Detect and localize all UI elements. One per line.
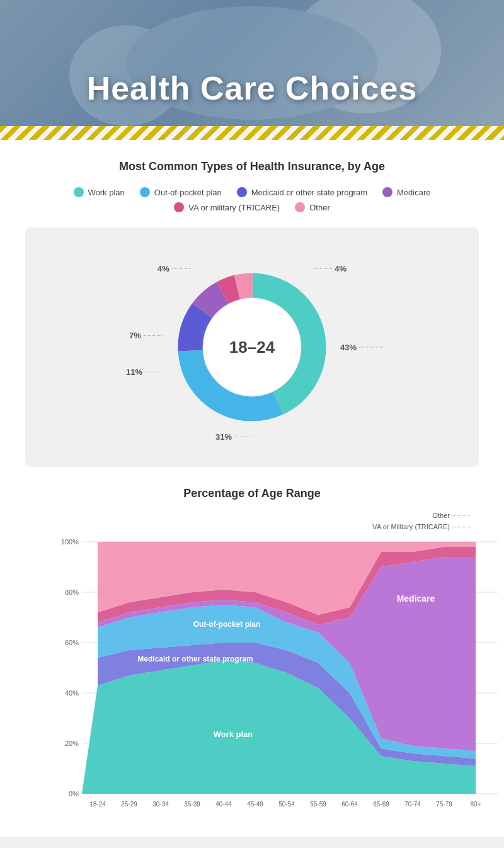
legend-item-medicaid: Medicaid or other state program [237, 187, 367, 197]
area-legend-other-label: Other [432, 510, 450, 522]
area-legend-va-label: VA or Military (TRICARE) [372, 522, 450, 533]
y-label-80: 80% [65, 588, 79, 596]
header-bg-art [0, 0, 504, 126]
x-label-5559: 55-59 [310, 801, 326, 808]
legend-item-va: VA or military (TRICARE) [174, 202, 280, 212]
legend-label-va: VA or military (TRICARE) [188, 203, 280, 212]
pct-31: 31% [215, 432, 252, 442]
area-chart-container: Other VA or Military (TRICARE) [25, 510, 479, 822]
y-label-100: 100% [61, 538, 79, 546]
legend-item-out-of-pocket: Out-of-pocket plan [140, 187, 222, 197]
area-label-medicaid: Medicaid or other state program [137, 655, 253, 663]
x-label-7579: 75-79 [436, 801, 452, 808]
x-label-1824: 18-24 [89, 801, 106, 808]
pct-4-left: 4% [158, 264, 191, 273]
page-title: Health Care Choices [0, 69, 504, 107]
area-section: Percentage of Age Range Other VA or Mili… [25, 487, 479, 837]
area-legend-va: VA or Military (TRICARE) [372, 522, 470, 533]
legend-label-work-plan: Work plan [88, 188, 125, 197]
legend-dot-work-plan [74, 187, 84, 197]
legend-dot-medicare [382, 187, 392, 197]
header: Health Care Choices [0, 0, 504, 126]
y-label-20: 20% [65, 740, 79, 747]
legend-dot-other [295, 202, 305, 212]
footer: Source: Center for Disease Control BRFSS… [0, 837, 504, 848]
donut-center-label: 18–24 [229, 338, 275, 357]
legend-label-out-of-pocket: Out-of-pocket plan [154, 188, 222, 197]
x-label-6569: 65-69 [373, 801, 389, 808]
x-label-7074: 70-74 [404, 801, 421, 808]
x-label-5054: 50-54 [278, 801, 295, 808]
legend-label-medicare: Medicare [397, 188, 430, 197]
legend-dot-medicaid [237, 187, 247, 197]
area-chart-svg: 100% 80% 60% 40% 20% 0% [57, 529, 504, 819]
donut-section: 18–24 43% 31% 11% 7% [25, 227, 479, 467]
legend-label-medicaid: Medicaid or other state program [251, 188, 367, 197]
main-content: Most Common Types of Health Insurance, b… [0, 140, 504, 837]
x-label-6064: 60-64 [341, 801, 358, 808]
section1-title: Most Common Types of Health Insurance, b… [25, 160, 479, 173]
legend: Work plan Out-of-pocket plan Medicaid or… [25, 187, 479, 212]
y-label-40: 40% [65, 689, 79, 697]
legend-dot-va [174, 202, 184, 212]
x-label-3539: 35-39 [184, 801, 200, 808]
legend-dot-out-of-pocket [140, 187, 150, 197]
legend-label-other: Other [309, 203, 330, 212]
x-label-3034: 30-34 [152, 801, 169, 808]
y-label-0: 0% [69, 790, 79, 798]
x-label-4044: 40-44 [215, 801, 232, 808]
area-legend-notes: Other VA or Military (TRICARE) [372, 510, 470, 532]
area-label-out-of-pocket: Out-of-pocket plan [193, 620, 261, 629]
x-label-80plus: 80+ [471, 801, 481, 808]
y-label-60: 60% [65, 639, 79, 646]
x-label-4549: 45-49 [247, 801, 263, 808]
area-chart-title: Percentage of Age Range [25, 487, 479, 500]
pct-43: 43% [340, 343, 384, 352]
header-stripe [0, 126, 504, 140]
x-label-2529: 25-29 [121, 801, 137, 808]
pct-4-right: 4% [313, 264, 346, 273]
legend-item-other: Other [295, 202, 330, 212]
legend-item-medicare: Medicare [382, 187, 430, 197]
pct-11: 11% [126, 367, 159, 377]
pct-7: 7% [129, 331, 163, 340]
donut-wrapper: 18–24 43% 31% 11% 7% [120, 246, 384, 448]
legend-item-work-plan: Work plan [74, 187, 125, 197]
area-label-medicare: Medicare [397, 593, 435, 604]
area-label-work-plan: Work plan [214, 730, 253, 739]
area-legend-other: Other [372, 510, 470, 522]
